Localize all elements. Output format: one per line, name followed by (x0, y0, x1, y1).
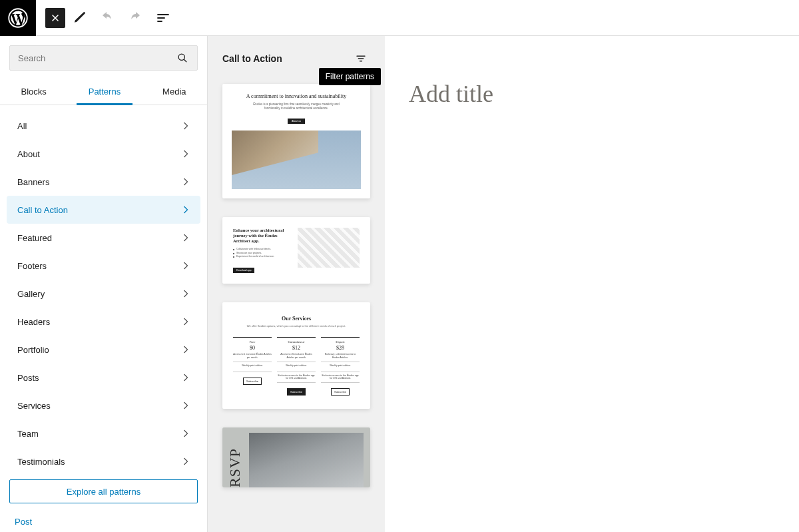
pattern2-cta: Download app (233, 268, 254, 273)
undo-icon (99, 10, 115, 26)
tier-cta: Subscribe (331, 388, 350, 396)
category-label: About (17, 149, 40, 159)
preview-header: Call to Action Filter patterns (222, 49, 370, 68)
search-container (0, 36, 207, 80)
post-title-input[interactable]: Add title (409, 80, 775, 108)
tier-desc: Access to 5 exclusive Études Articles pe… (233, 353, 272, 360)
tier-desc: Exclusive, unlimited access to Études Ar… (321, 353, 360, 360)
redo-button[interactable] (121, 4, 149, 32)
tier-desc: Weekly print edition. (321, 364, 360, 370)
category-featured[interactable]: Featured (0, 224, 207, 252)
close-icon (50, 13, 61, 23)
tier-name: Free (233, 340, 272, 344)
pattern-thumbnail-4[interactable]: RSVP (222, 427, 370, 487)
pattern3-sub: We offer flexible options, which you can… (233, 324, 360, 328)
tier-price: $0 (233, 345, 272, 351)
tier-desc: Weekly print edition. (277, 364, 316, 370)
outline-icon (155, 10, 171, 26)
top-toolbar (0, 0, 799, 36)
chevron-right-icon (179, 343, 192, 356)
pattern2-body: Enhance your architectural journey with … (222, 217, 370, 284)
chevron-right-icon (179, 231, 192, 244)
chevron-right-icon (179, 427, 192, 440)
category-footers[interactable]: Footers (0, 252, 207, 280)
wordpress-icon (8, 8, 28, 28)
wordpress-logo[interactable] (0, 0, 36, 36)
tier-desc: Weekly print edition. (233, 364, 272, 370)
pencil-icon (71, 10, 87, 26)
tab-patterns[interactable]: Patterns (77, 80, 133, 105)
tier-name: Connoisseur (277, 340, 316, 344)
tab-media[interactable]: Media (150, 80, 198, 105)
category-testimonials[interactable]: Testimonials (0, 447, 207, 470)
svg-point-1 (178, 54, 184, 60)
category-label: Testimonials (17, 457, 65, 467)
category-label: Banners (17, 177, 49, 187)
edit-tool-button[interactable] (65, 4, 93, 32)
search-icon (176, 51, 189, 65)
chevron-right-icon (179, 287, 192, 300)
category-label: Portfolio (17, 345, 49, 355)
category-banners[interactable]: Banners (0, 168, 207, 196)
search-input[interactable] (18, 53, 176, 63)
search-box[interactable] (9, 45, 198, 71)
chevron-right-icon (179, 203, 192, 216)
pattern1-header: A commitment to innovation and sustainab… (222, 84, 370, 131)
pattern-preview-column: Call to Action Filter patterns A commitm… (208, 36, 385, 532)
post-link[interactable]: Post (0, 513, 207, 532)
pattern1-image (232, 131, 361, 189)
pattern2-title: Enhance your architectural journey with … (233, 228, 291, 244)
category-services[interactable]: Services (0, 392, 207, 419)
document-overview-button[interactable] (149, 4, 177, 32)
filter-icon (355, 53, 367, 65)
pattern2-image (298, 228, 360, 268)
pricing-tier: Connoisseur $12 Access to 20 exclusive É… (277, 337, 316, 396)
category-label: All (17, 121, 27, 131)
category-label: Footers (17, 261, 47, 271)
chevron-right-icon (179, 175, 192, 188)
category-gallery[interactable]: Gallery (0, 280, 207, 308)
chevron-right-icon (179, 259, 192, 272)
inserter-tabs: Blocks Patterns Media (0, 80, 207, 105)
pattern2-bullet: Experience the world of architecture. (233, 255, 291, 259)
chevron-right-icon (179, 119, 192, 133)
pattern-thumbnail-2[interactable]: Enhance your architectural journey with … (222, 217, 370, 284)
category-headers[interactable]: Headers (0, 308, 207, 336)
category-label: Posts (17, 373, 39, 383)
inserter-panel: Blocks Patterns Media All About Banners … (0, 36, 208, 532)
tier-name: Expert (321, 340, 360, 344)
pattern4-body: RSVP (222, 427, 370, 487)
chevron-right-icon (179, 455, 192, 468)
category-label: Gallery (17, 289, 45, 299)
category-about[interactable]: About (0, 140, 207, 168)
pattern1-desc: Études is a pioneering firm that seamles… (250, 103, 343, 111)
editor-canvas[interactable]: Add title (385, 36, 799, 532)
redo-icon (127, 10, 143, 26)
tier-cta: Subscribe (243, 378, 262, 385)
pattern3-columns: Free $0 Access to 5 exclusive Études Art… (233, 337, 360, 396)
category-team[interactable]: Team (0, 419, 207, 447)
category-call-to-action[interactable]: Call to Action (7, 196, 200, 224)
category-portfolio[interactable]: Portfolio (0, 336, 207, 364)
category-posts[interactable]: Posts (0, 364, 207, 392)
tab-blocks[interactable]: Blocks (9, 80, 58, 105)
pattern-thumbnail-1[interactable]: A commitment to innovation and sustainab… (222, 84, 370, 198)
pattern3-body: Our Services We offer flexible options, … (222, 302, 370, 409)
category-label: Featured (17, 233, 52, 243)
pattern2-bullets: Collaborate with fellow architects. Show… (233, 248, 291, 259)
undo-button[interactable] (93, 4, 121, 32)
filter-patterns-button[interactable] (352, 49, 370, 68)
chevron-right-icon (179, 371, 192, 384)
tier-desc: Exclusive access to the Études app for i… (321, 374, 360, 381)
explore-all-patterns-button[interactable]: Explore all patterns (9, 479, 198, 503)
pattern1-cta: About us (288, 119, 305, 124)
explore-container: Explore all patterns (0, 470, 207, 513)
pattern-thumbnail-3[interactable]: Our Services We offer flexible options, … (222, 302, 370, 409)
tier-price: $12 (277, 345, 316, 351)
category-label: Headers (17, 317, 50, 327)
category-all[interactable]: All (0, 112, 207, 140)
pattern-category-list: All About Banners Call to Action Feature… (0, 105, 207, 470)
close-inserter-button[interactable] (45, 8, 65, 28)
tier-price: $28 (321, 345, 360, 351)
chevron-right-icon (179, 399, 192, 412)
